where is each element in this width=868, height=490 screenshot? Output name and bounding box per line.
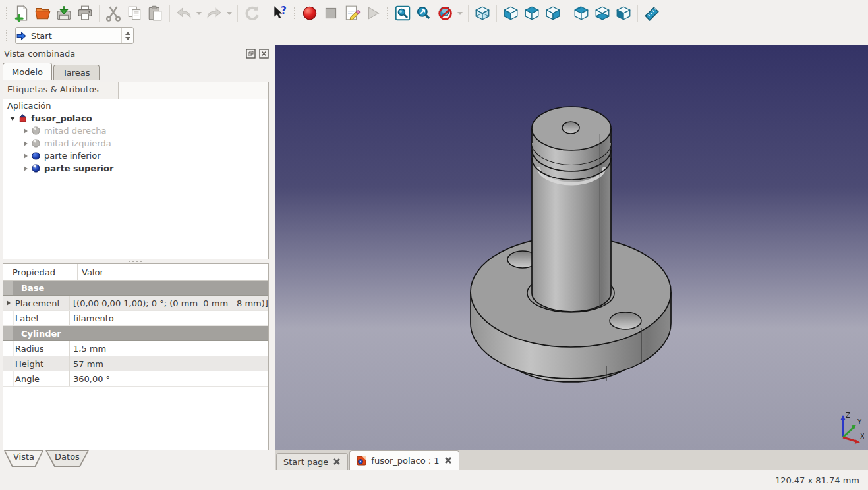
macro-stop-button[interactable] xyxy=(320,3,341,24)
tree-item[interactable]: mitad derecha xyxy=(3,124,268,137)
property-group-base[interactable]: Base xyxy=(3,281,268,296)
spin-down-icon xyxy=(125,37,130,40)
close-icon[interactable] xyxy=(333,458,341,466)
svg-text:?: ? xyxy=(281,5,287,16)
redo-dropdown[interactable] xyxy=(225,3,234,24)
toolbar-drag-handle[interactable] xyxy=(293,6,297,20)
toolbar-separator xyxy=(99,5,100,22)
column-valor: Valor xyxy=(78,267,268,277)
draw-style-icon xyxy=(436,5,453,22)
refresh-icon xyxy=(243,5,260,22)
tab-modelo[interactable]: Modelo xyxy=(3,63,52,80)
status-bar: 120.47 x 81.74 mm xyxy=(0,470,868,490)
dock-close-button[interactable] xyxy=(258,48,269,59)
draw-style-dropdown[interactable] xyxy=(455,3,465,24)
copy-button[interactable] xyxy=(124,3,145,24)
freecad-window: { "toolbar": { "buttons": ["new-document… xyxy=(0,0,868,490)
tree-item[interactable]: parte superior xyxy=(3,162,268,175)
measure-icon xyxy=(643,5,660,22)
undo-button[interactable] xyxy=(173,3,194,24)
copy-icon xyxy=(126,5,143,22)
combo-view-panel: Vista combinada Modelo Tareas Etiquetas … xyxy=(0,45,272,470)
tree-item-document[interactable]: fusor_polaco xyxy=(3,112,268,124)
cad-model[interactable] xyxy=(275,45,868,450)
fit-all-button[interactable] xyxy=(392,3,413,24)
top-view-icon xyxy=(523,5,540,22)
expander-closed-icon[interactable] xyxy=(7,300,11,306)
property-row-radius[interactable]: Radius 1,5 mm xyxy=(3,341,268,356)
print-button[interactable] xyxy=(74,3,96,24)
view-axonometric-button[interactable] xyxy=(472,3,493,24)
document-icon xyxy=(18,113,28,123)
workbench-spinner[interactable] xyxy=(121,28,133,43)
measure-distance-button[interactable] xyxy=(641,3,662,24)
undo-dropdown[interactable] xyxy=(194,3,204,24)
workbench-selector[interactable]: Start xyxy=(15,27,134,44)
view-front-button[interactable] xyxy=(500,3,521,24)
dock-float-button[interactable] xyxy=(245,48,256,59)
view-right-button[interactable] xyxy=(542,3,564,24)
axis-y-label: Y xyxy=(857,418,862,425)
view-rear-button[interactable] xyxy=(571,3,592,24)
property-editor: Propiedad Valor Base Placement [(0,00 0,… xyxy=(3,263,269,450)
toolbar-drag-handle[interactable] xyxy=(5,28,9,43)
expander-open-icon[interactable] xyxy=(10,117,15,121)
tab-vista[interactable]: Vista xyxy=(4,450,43,467)
close-icon[interactable] xyxy=(444,456,452,464)
whats-this-button[interactable]: ? xyxy=(270,3,291,24)
expander-closed-icon[interactable] xyxy=(24,166,28,171)
open-document-button[interactable] xyxy=(32,3,53,24)
new-document-button[interactable] xyxy=(11,3,32,24)
property-row-placement[interactable]: Placement [(0,00 0,00 1,00); 0 °; (0 mm … xyxy=(3,296,268,311)
property-view-tabs: Vista Datos xyxy=(4,450,91,467)
tab-fusor-polaco[interactable]: fusor_polaco : 1 xyxy=(349,450,459,470)
tree-root-application[interactable]: Aplicación xyxy=(3,99,268,112)
expander-closed-icon[interactable] xyxy=(24,141,28,146)
left-view-icon xyxy=(615,5,632,22)
toolbar-separator xyxy=(496,5,497,22)
macro-record-button[interactable] xyxy=(299,3,320,24)
undo-icon xyxy=(175,5,192,22)
right-view-icon xyxy=(544,5,562,22)
save-document-button[interactable] xyxy=(53,3,74,24)
property-row-height[interactable]: Height 57 mm xyxy=(3,356,268,371)
start-workbench-icon xyxy=(16,30,27,41)
dock-tab-bar: Modelo Tareas xyxy=(3,63,101,80)
view-top-button[interactable] xyxy=(521,3,542,24)
cut-button[interactable] xyxy=(103,3,124,24)
part-cut-icon xyxy=(31,163,41,173)
refresh-button[interactable] xyxy=(241,3,262,24)
property-row-label[interactable]: Label filamento xyxy=(3,311,268,326)
paste-button[interactable] xyxy=(145,3,166,24)
bottom-view-icon xyxy=(594,5,611,22)
macro-edit-button[interactable] xyxy=(341,3,362,24)
macro-execute-button[interactable] xyxy=(362,3,384,24)
expander-closed-icon[interactable] xyxy=(24,128,28,134)
expander-closed-icon[interactable] xyxy=(24,153,28,159)
toolbar-drag-handle[interactable] xyxy=(5,6,9,20)
tab-datos[interactable]: Datos xyxy=(45,450,89,467)
tab-start-page[interactable]: Start page xyxy=(276,453,348,470)
property-row-angle[interactable]: Angle 360,00 ° xyxy=(3,371,268,387)
toolbar-separator xyxy=(637,5,638,22)
tree-item[interactable]: parte inferior xyxy=(3,150,268,162)
float-window-icon xyxy=(246,49,256,59)
model-tree: Etiquetas & Atributos Aplicación fusor_p… xyxy=(3,82,269,259)
property-group-cylinder[interactable]: Cylinder xyxy=(3,326,268,341)
dock-splitter[interactable] xyxy=(3,258,268,263)
view-bottom-button[interactable] xyxy=(592,3,613,24)
toolbar-separator xyxy=(468,5,469,22)
save-icon xyxy=(55,5,72,22)
draw-style-button[interactable] xyxy=(434,3,455,24)
zoom-button[interactable] xyxy=(413,3,434,24)
view-left-button[interactable] xyxy=(613,3,634,24)
redo-button[interactable] xyxy=(204,3,225,24)
toolbar-separator xyxy=(237,5,238,22)
toolbar-drag-handle[interactable] xyxy=(386,6,390,20)
main-toolbar: ? xyxy=(0,0,868,26)
tab-tareas[interactable]: Tareas xyxy=(53,65,100,80)
3d-viewport[interactable]: Z Y X xyxy=(275,45,868,450)
tree-item[interactable]: mitad izquierda xyxy=(3,137,268,150)
view-dimensions: 120.47 x 81.74 mm xyxy=(775,476,859,485)
play-icon xyxy=(364,5,382,22)
